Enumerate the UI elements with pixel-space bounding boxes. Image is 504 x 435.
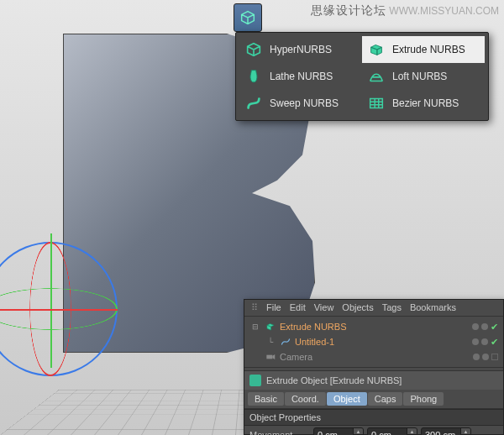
nurbs-popup-menu: HyperNURBS Extrude NURBS Lathe NURBS Lof… — [235, 32, 489, 121]
menu-edit[interactable]: Edit — [290, 302, 306, 313]
object-tree: ⊟ Extrude NURBS ✔ └ Untitled-1 ✔ Camera — [244, 317, 503, 368]
attribute-tabs: Basic Coord. Object Caps Phong — [244, 390, 503, 409]
loft-icon — [367, 67, 386, 86]
menu-bookmarks[interactable]: Bookmarks — [410, 302, 456, 313]
watermark-url: WWW.MISSYUAN.COM — [389, 5, 499, 17]
bezier-icon — [367, 94, 386, 113]
menu-item-label: HyperNURBS — [270, 44, 332, 55]
viewport-camera-toggle[interactable] — [491, 354, 498, 360]
render-dot-icon[interactable] — [482, 354, 489, 360]
cube-icon — [239, 8, 257, 27]
spin-up-icon: ▲ — [353, 428, 363, 435]
attribute-manager-panel: ⠿ File Edit View Objects Tags Bookmarks … — [244, 299, 504, 435]
movement-x-field[interactable]: 0 cm ▲▼ — [313, 427, 364, 435]
gizmo-axis-x[interactable] — [0, 309, 118, 311]
menu-file[interactable]: File — [266, 302, 281, 313]
watermark: 思缘设计论坛 WWW.MISSYUAN.COM — [311, 3, 499, 18]
menu-item-label: Extrude NURBS — [392, 44, 465, 55]
tree-label: Camera — [280, 352, 312, 362]
menu-item-sweep-nurbs[interactable]: Sweep NURBS — [239, 90, 362, 117]
menu-item-label: Loft NURBS — [392, 71, 447, 82]
menu-item-label: Lathe NURBS — [270, 71, 333, 82]
tab-basic[interactable]: Basic — [248, 392, 284, 406]
render-dot-icon[interactable] — [481, 338, 488, 345]
nurbs-toolbar-button[interactable] — [234, 3, 262, 32]
spinner[interactable]: ▲▼ — [407, 428, 417, 435]
prop-label: Movement... — [249, 430, 310, 435]
render-dot-icon[interactable] — [481, 323, 488, 330]
menu-item-lathe-nurbs[interactable]: Lathe NURBS — [239, 63, 362, 90]
attribute-header-title: Extrude Object [Extrude NURBS] — [266, 375, 402, 385]
menu-view[interactable]: View — [314, 302, 334, 313]
camera-icon — [265, 351, 276, 363]
cube-icon — [244, 40, 263, 59]
extrude-icon — [249, 375, 261, 386]
movement-z-value[interactable]: 300 cm — [422, 430, 460, 435]
spin-up-icon: ▲ — [460, 428, 470, 435]
spin-up-icon: ▲ — [407, 428, 417, 435]
tab-coord[interactable]: Coord. — [285, 392, 326, 406]
menu-item-loft-nurbs[interactable]: Loft NURBS — [362, 63, 485, 90]
movement-z-field[interactable]: 300 cm ▲▼ — [421, 427, 471, 435]
tree-label: Untitled-1 — [295, 337, 334, 347]
enable-check-icon[interactable]: ✔ — [491, 337, 498, 348]
sweep-icon — [244, 94, 263, 113]
menu-item-label: Sweep NURBS — [270, 97, 339, 109]
spinner[interactable]: ▲▼ — [460, 428, 470, 435]
tree-label: Extrude NURBS — [280, 322, 346, 332]
tab-caps[interactable]: Caps — [368, 392, 403, 406]
vase-icon — [244, 67, 263, 86]
watermark-cn: 思缘设计论坛 — [311, 3, 386, 17]
movement-y-field[interactable]: 0 cm ▲▼ — [367, 427, 417, 435]
prop-row-movement: Movement... 0 cm ▲▼ 0 cm ▲▼ 300 cm ▲▼ — [244, 426, 503, 435]
svg-rect-0 — [266, 355, 272, 359]
tree-row-extrude-nurbs[interactable]: ⊟ Extrude NURBS ✔ — [249, 319, 498, 334]
panel-menu-icon[interactable]: ⠿ — [251, 302, 258, 313]
hierarchy-line-icon: └ — [265, 338, 276, 346]
attribute-header: Extrude Object [Extrude NURBS] — [244, 370, 503, 390]
tab-phong[interactable]: Phong — [403, 392, 444, 406]
tree-row-camera[interactable]: Camera — [249, 349, 498, 364]
menu-item-bezier-nurbs[interactable]: Bezier NURBS — [362, 90, 485, 117]
panel-menubar: ⠿ File Edit View Objects Tags Bookmarks — [244, 300, 503, 317]
movement-y-value[interactable]: 0 cm — [368, 430, 407, 435]
enable-check-icon[interactable]: ✔ — [491, 322, 498, 333]
menu-item-extrude-nurbs[interactable]: Extrude NURBS — [362, 36, 485, 63]
tree-row-untitled[interactable]: └ Untitled-1 ✔ — [249, 334, 498, 349]
visibility-dot-icon[interactable] — [472, 323, 479, 330]
visibility-dot-icon[interactable] — [472, 338, 479, 345]
menu-item-hypernurbs[interactable]: HyperNURBS — [239, 36, 362, 63]
spline-icon — [280, 336, 291, 348]
menu-objects[interactable]: Objects — [342, 302, 373, 313]
rotation-gizmo[interactable] — [0, 233, 143, 401]
gizmo-axis-y[interactable] — [50, 233, 52, 368]
tab-object[interactable]: Object — [327, 392, 367, 406]
menu-item-label: Bezier NURBS — [392, 97, 459, 109]
menu-tags[interactable]: Tags — [382, 302, 402, 313]
extrude-icon — [265, 321, 276, 333]
visibility-dot-icon[interactable] — [473, 354, 480, 360]
section-title: Object Properties — [244, 409, 503, 426]
spinner[interactable]: ▲▼ — [353, 428, 363, 435]
extrude-icon — [367, 40, 386, 59]
expand-toggle-icon[interactable]: ⊟ — [249, 322, 261, 331]
movement-x-value[interactable]: 0 cm — [314, 430, 353, 435]
